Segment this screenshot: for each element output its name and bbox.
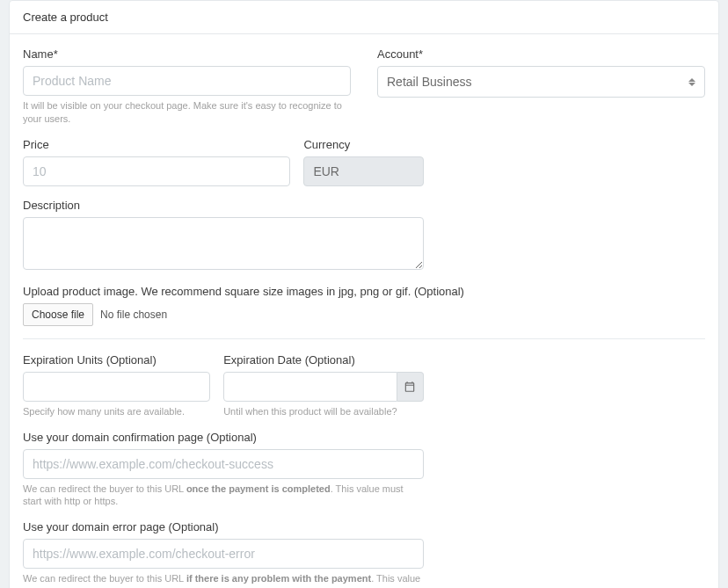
name-input[interactable] bbox=[23, 66, 351, 96]
description-label: Description bbox=[23, 199, 424, 212]
price-input[interactable] bbox=[23, 156, 290, 186]
create-product-panel: Create a product Name* It will be visibl… bbox=[9, 0, 719, 588]
exp-units-label: Expiration Units (Optional) bbox=[23, 353, 210, 367]
choose-file-button[interactable]: Choose file bbox=[23, 303, 93, 326]
form-body: Name* It will be visible on your checkou… bbox=[10, 34, 718, 588]
error-page-help: We can redirect the buyer to this URL if… bbox=[23, 572, 424, 588]
currency-label: Currency bbox=[303, 138, 424, 151]
exp-units-help: Specify how many units are available. bbox=[23, 405, 210, 418]
calendar-icon bbox=[404, 381, 416, 393]
calendar-button[interactable] bbox=[397, 372, 425, 402]
name-label: Name* bbox=[23, 47, 351, 61]
name-help: It will be visible on your checkout page… bbox=[23, 99, 351, 126]
confirmation-input[interactable] bbox=[23, 449, 424, 479]
currency-value: EUR bbox=[303, 156, 424, 186]
account-select[interactable]: Retail Business bbox=[377, 66, 705, 98]
confirmation-label: Use your domain confirmation page (Optio… bbox=[23, 431, 424, 444]
confirmation-help: We can redirect the buyer to this URL on… bbox=[23, 483, 424, 509]
exp-date-label: Expiration Date (Optional) bbox=[223, 353, 424, 367]
account-value: Retail Business bbox=[387, 75, 472, 89]
panel-title: Create a product bbox=[10, 1, 718, 34]
error-page-label: Use your domain error page (Optional) bbox=[23, 520, 424, 534]
price-label: Price bbox=[23, 138, 290, 151]
account-label: Account* bbox=[377, 47, 705, 61]
error-page-input[interactable] bbox=[23, 539, 424, 569]
file-status: No file chosen bbox=[100, 309, 167, 321]
divider bbox=[23, 338, 705, 339]
exp-units-input[interactable] bbox=[23, 372, 210, 402]
select-caret-icon bbox=[688, 76, 695, 88]
description-textarea[interactable] bbox=[23, 217, 424, 270]
exp-date-help: Until when this product will be availabl… bbox=[223, 405, 424, 418]
exp-date-input[interactable] bbox=[223, 372, 397, 402]
upload-label: Upload product image. We recommend squar… bbox=[23, 285, 705, 298]
